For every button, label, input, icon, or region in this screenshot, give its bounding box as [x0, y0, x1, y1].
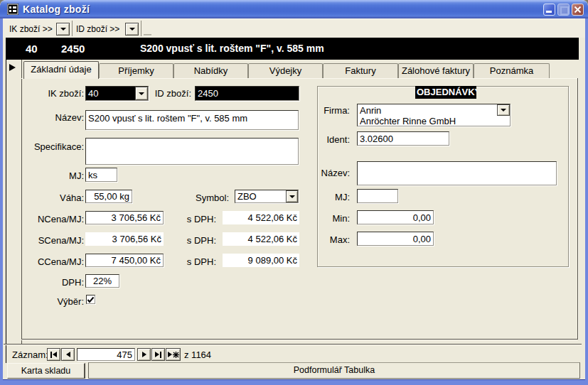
mj-label: MJ: — [14, 170, 84, 181]
last-record-icon — [155, 352, 159, 357]
window-border-left — [0, 18, 3, 385]
dph-field[interactable]: 22% — [85, 274, 119, 288]
tab-page-top-edge — [21, 78, 578, 79]
first-record-icon — [50, 352, 52, 358]
ncena-sdph-field[interactable]: 4 522,06 Kč — [223, 211, 299, 224]
ccena-label: CCena/MJ: — [14, 256, 84, 267]
app-icon — [7, 4, 18, 15]
ccena-field[interactable]: 7 450,00 Kč — [85, 254, 164, 267]
next-record-icon — [142, 352, 146, 357]
scena-label: SCena/MJ: — [14, 235, 84, 246]
band-product-name: S200 vpusť s lit. roštem "F", v. 585 mm — [140, 38, 324, 60]
symbol-combo[interactable]: ZBO — [235, 190, 299, 203]
max-value: 0,00 — [413, 234, 431, 244]
record-number-value: 475 — [117, 349, 132, 360]
id-filter-dropdown-button[interactable] — [125, 23, 139, 36]
mj-field[interactable]: ks — [85, 168, 117, 182]
mj-value: ks — [88, 170, 97, 180]
close-icon — [572, 4, 583, 15]
orders-mj-field[interactable] — [357, 189, 398, 203]
dropdown-arrow-icon — [129, 28, 135, 31]
maximize-button[interactable] — [557, 4, 570, 16]
min-field[interactable]: 0,00 — [357, 210, 434, 224]
specifikace-field[interactable] — [85, 138, 299, 165]
firma-label: Firma: — [299, 105, 350, 116]
scena-field[interactable]: 3 706,56 Kč — [85, 232, 164, 246]
close-button[interactable] — [572, 4, 584, 16]
ncena-label: NCena/MJ: — [14, 214, 84, 224]
ncena-sdph-value: 4 522,06 Kč — [248, 212, 297, 223]
symbol-value: ZBO — [237, 191, 257, 202]
ik-filter-dropdown-button[interactable] — [56, 23, 70, 36]
footer-tab-karta-skladu[interactable]: Karta skladu — [7, 363, 85, 379]
ik-zbozi-value: 40 — [88, 88, 98, 99]
last-record-button[interactable] — [151, 348, 165, 361]
header-band: 40 2450 S200 vpusť s lit. roštem "F", v.… — [6, 38, 579, 60]
maximize-icon — [560, 6, 569, 15]
dropdown-arrow-icon — [501, 109, 506, 112]
tab-zakladni-udaje[interactable]: Základní údaje — [23, 61, 99, 79]
vaha-value: 55,00 kg — [94, 191, 129, 202]
ccena-sdph-value: 9 089,00 Kč — [248, 255, 297, 266]
id-filter-label: ID zboží >> — [76, 23, 119, 35]
firma-combo-button[interactable] — [497, 104, 510, 116]
tab-poznamka[interactable]: Poznámka — [474, 63, 550, 78]
filter-toolbar: IK zboží >> ID zboží >> — [0, 18, 588, 38]
scena-sdph-label: s DPH: — [171, 235, 216, 246]
dph-label: DPH: — [14, 277, 84, 288]
ncena-field[interactable]: 3 706,56 Kč — [85, 211, 164, 224]
first-record-button[interactable] — [47, 348, 60, 361]
ccena-sdph-label: s DPH: — [171, 256, 216, 267]
next-record-button[interactable] — [137, 348, 151, 361]
toolbar-separator — [72, 21, 73, 36]
previous-record-button[interactable] — [61, 348, 75, 361]
footer-tab-podformular-tabulka[interactable]: Podformulář Tabulka — [88, 362, 580, 379]
vaha-field[interactable]: 55,00 kg — [85, 190, 132, 203]
id-zbozi-field[interactable]: 2450 — [195, 86, 299, 101]
tab-faktury[interactable]: Faktury — [323, 63, 398, 78]
orders-mj-label: MJ: — [299, 192, 350, 202]
last-record-icon — [160, 352, 161, 358]
ccena-sdph-field[interactable]: 9 089,00 Kč — [223, 254, 299, 267]
scena-sdph-value: 4 522,06 Kč — [248, 234, 297, 244]
current-record-arrow-icon — [9, 64, 16, 71]
record-number-input[interactable]: 475 — [77, 348, 135, 361]
ik-filter-label: IK zboží >> — [9, 23, 53, 35]
tab-page-right-highlight — [578, 78, 579, 340]
tab-zalohove-faktury[interactable]: Zálohové faktury — [398, 63, 474, 78]
record-count-label: z 1164 — [184, 349, 227, 360]
id-zbozi-value: 2450 — [198, 88, 218, 99]
orders-nazev-label: Název: — [299, 168, 350, 178]
window-border-bottom — [0, 380, 588, 385]
min-value: 0,00 — [413, 212, 431, 223]
nazev-field[interactable]: S200 vpusť s lit. roštem "F", v. 585 mm — [85, 110, 299, 130]
tab-vydejky[interactable]: Výdejky — [248, 63, 323, 78]
vyber-label: Výběr: — [14, 296, 84, 307]
ident-field[interactable]: 3.02600 — [357, 131, 449, 146]
nazev-label: Název: — [14, 112, 84, 123]
tab-prijemky[interactable]: Příjemky — [99, 63, 173, 78]
id-zbozi-label: ID zboží: — [122, 88, 191, 99]
ident-value: 3.02600 — [360, 134, 393, 144]
ncena-sdph-label: s DPH: — [171, 214, 216, 224]
checkmark-icon — [87, 296, 95, 304]
min-label: Min: — [299, 213, 350, 224]
tab-nabidky[interactable]: Nabídky — [173, 63, 248, 78]
objednavky-title: OBJEDNÁVKY — [415, 86, 476, 99]
firma-combo[interactable]: Anrin Anröchter Rinne GmbH — [357, 104, 511, 126]
dropdown-arrow-icon — [60, 28, 66, 31]
specifikace-label: Specifikace: — [14, 141, 84, 152]
new-record-button[interactable] — [166, 348, 181, 361]
firma-line2: Anröchter Rinne GmbH — [358, 116, 510, 126]
symbol-combo-button[interactable] — [286, 190, 298, 202]
dph-value: 22% — [93, 276, 112, 286]
minimize-button[interactable] — [543, 4, 555, 16]
scena-sdph-field[interactable]: 4 522,06 Kč — [223, 232, 299, 246]
vyber-checkbox[interactable] — [86, 295, 95, 304]
dropdown-arrow-icon — [289, 195, 295, 198]
max-field[interactable]: 0,00 — [357, 232, 434, 246]
orders-nazev-field[interactable] — [357, 161, 557, 185]
title-bar[interactable]: Katalog zboží — [0, 0, 588, 18]
tab-page-bottom-highlight — [21, 340, 577, 340]
footer-divider-highlight — [4, 345, 582, 345]
